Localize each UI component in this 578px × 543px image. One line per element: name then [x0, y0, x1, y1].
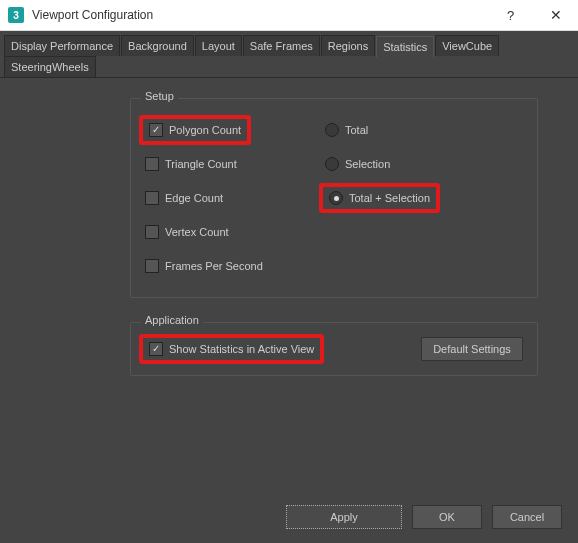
total-selection-highlight: Total + Selection [319, 183, 440, 213]
cancel-button[interactable]: Cancel [492, 505, 562, 529]
viewport-config-window: 3 Viewport Configuration ? ✕ Display Per… [0, 0, 578, 543]
tab-content: Setup Polygon Count Total Triangle Count [0, 78, 578, 495]
tab-safe-frames[interactable]: Safe Frames [243, 35, 320, 56]
total-selection-label: Total + Selection [349, 192, 430, 204]
tab-display-performance[interactable]: Display Performance [4, 35, 120, 56]
vertex-count-label: Vertex Count [165, 226, 229, 238]
tab-viewcube[interactable]: ViewCube [435, 35, 499, 56]
total-radio[interactable] [325, 123, 339, 137]
show-stats-label: Show Statistics in Active View [169, 343, 314, 355]
dialog-footer: Apply OK Cancel [0, 495, 578, 543]
close-button[interactable]: ✕ [533, 0, 578, 30]
tab-steeringwheels[interactable]: SteeringWheels [4, 56, 96, 77]
polygon-count-label: Polygon Count [169, 124, 241, 136]
triangle-count-label: Triangle Count [165, 158, 237, 170]
application-group: Application Show Statistics in Active Vi… [130, 322, 538, 376]
vertex-count-checkbox[interactable] [145, 225, 159, 239]
show-stats-checkbox[interactable] [149, 342, 163, 356]
polygon-count-highlight: Polygon Count [139, 115, 251, 145]
edge-count-checkbox[interactable] [145, 191, 159, 205]
selection-label: Selection [345, 158, 390, 170]
titlebar: 3 Viewport Configuration ? ✕ [0, 0, 578, 31]
triangle-count-checkbox[interactable] [145, 157, 159, 171]
help-button[interactable]: ? [488, 0, 533, 30]
ok-button[interactable]: OK [412, 505, 482, 529]
window-title: Viewport Configuration [32, 8, 488, 22]
tab-background[interactable]: Background [121, 35, 194, 56]
tab-statistics[interactable]: Statistics [376, 36, 434, 57]
total-selection-radio[interactable] [329, 191, 343, 205]
fps-checkbox[interactable] [145, 259, 159, 273]
edge-count-label: Edge Count [165, 192, 223, 204]
tab-layout[interactable]: Layout [195, 35, 242, 56]
application-group-title: Application [141, 314, 203, 326]
selection-radio[interactable] [325, 157, 339, 171]
total-label: Total [345, 124, 368, 136]
setup-group: Setup Polygon Count Total Triangle Count [130, 98, 538, 298]
polygon-count-checkbox[interactable] [149, 123, 163, 137]
tab-bar: Display Performance Background Layout Sa… [0, 31, 578, 78]
apply-button[interactable]: Apply [286, 505, 402, 529]
default-settings-button[interactable]: Default Settings [421, 337, 523, 361]
tab-regions[interactable]: Regions [321, 35, 375, 56]
setup-group-title: Setup [141, 90, 178, 102]
fps-label: Frames Per Second [165, 260, 263, 272]
app-icon: 3 [8, 7, 24, 23]
show-stats-highlight: Show Statistics in Active View [139, 334, 324, 364]
